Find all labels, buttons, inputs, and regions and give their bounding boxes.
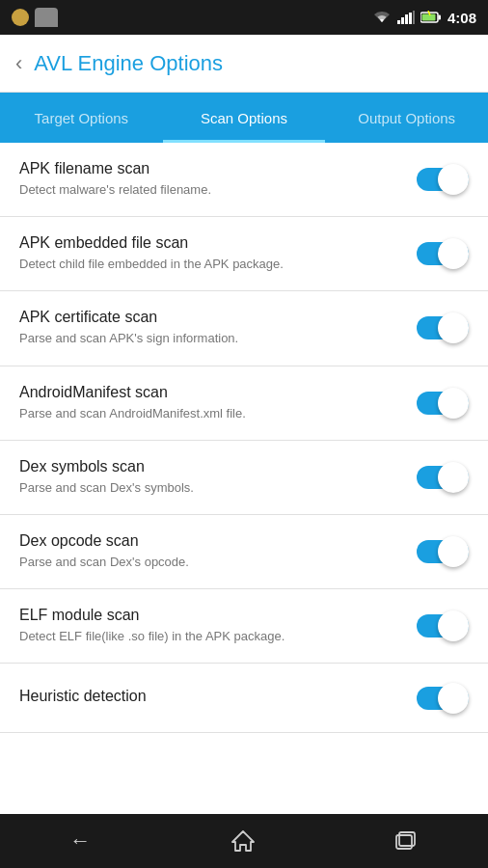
toggle-apk-certificate-scan[interactable] <box>417 312 469 343</box>
setting-item-apk-filename-scan: APK filename scanDetect malware's relate… <box>0 143 488 217</box>
setting-desc-apk-filename-scan: Detect malware's related filename. <box>19 181 401 199</box>
ghost-icon <box>35 8 58 27</box>
setting-desc-dex-opcode-scan: Parse and scan Dex's opcode. <box>19 554 401 571</box>
setting-item-androidmanifest-scan: AndroidManifest scanParse and scan Andro… <box>0 366 488 441</box>
toggle-apk-filename-scan[interactable] <box>417 164 469 195</box>
toggle-dex-symbols-scan[interactable] <box>417 462 469 493</box>
battery-icon <box>420 11 442 24</box>
svg-rect-1 <box>401 17 404 24</box>
toggle-thumb-apk-filename-scan <box>438 164 469 195</box>
status-bar-left <box>12 8 58 27</box>
toggle-thumb-apk-certificate-scan <box>438 312 469 343</box>
setting-item-heuristic-detection: Heuristic detection <box>0 664 488 733</box>
status-bar: 4:08 <box>0 0 488 35</box>
signal-icon <box>397 11 415 24</box>
toggle-thumb-apk-embedded-file-scan <box>438 238 469 269</box>
setting-title-apk-filename-scan: APK filename scan <box>19 160 401 177</box>
setting-title-elf-module-scan: ELF module scan <box>19 607 401 624</box>
setting-desc-androidmanifest-scan: Parse and scan AndroidManifest.xml file. <box>19 405 401 422</box>
bottom-nav: ← <box>0 814 488 868</box>
setting-desc-apk-embedded-file-scan: Detect child file embedded in the APK pa… <box>19 256 401 273</box>
svg-rect-3 <box>409 13 412 24</box>
setting-desc-dex-symbols-scan: Parse and scan Dex's symbols. <box>19 479 401 497</box>
toggle-thumb-androidmanifest-scan <box>438 388 469 419</box>
svg-marker-10 <box>232 831 254 851</box>
setting-desc-elf-module-scan: Detect ELF file(like .so file) in the AP… <box>19 628 401 645</box>
back-button[interactable]: ‹ <box>15 53 22 74</box>
setting-item-dex-opcode-scan: Dex opcode scanParse and scan Dex's opco… <box>0 515 488 589</box>
setting-item-apk-certificate-scan: APK certificate scanParse and scan APK's… <box>0 291 488 366</box>
status-bar-right: 4:08 <box>372 10 476 26</box>
app-bar: ‹ AVL Engine Options <box>0 35 488 93</box>
wifi-icon <box>372 11 392 24</box>
tab-target-options[interactable]: Target Options <box>0 93 163 143</box>
home-icon <box>230 829 256 853</box>
tab-output-options[interactable]: Output Options <box>325 93 488 143</box>
svg-rect-7 <box>421 14 435 21</box>
setting-item-elf-module-scan: ELF module scanDetect ELF file(like .so … <box>0 589 488 664</box>
toggle-androidmanifest-scan[interactable] <box>417 388 469 419</box>
toggle-apk-embedded-file-scan[interactable] <box>417 238 469 269</box>
nav-home-button[interactable] <box>230 829 256 853</box>
setting-title-dex-symbols-scan: Dex symbols scan <box>19 458 401 475</box>
toggle-thumb-dex-opcode-scan <box>438 536 469 567</box>
settings-list: APK filename scanDetect malware's relate… <box>0 143 488 814</box>
nav-recent-button[interactable] <box>395 830 419 852</box>
svg-rect-4 <box>413 11 415 24</box>
setting-title-apk-certificate-scan: APK certificate scan <box>19 309 401 326</box>
setting-title-androidmanifest-scan: AndroidManifest scan <box>19 384 401 401</box>
svg-rect-6 <box>438 15 441 20</box>
setting-title-heuristic-detection: Heuristic detection <box>19 688 401 705</box>
tab-bar: Target Options Scan Options Output Optio… <box>0 93 488 143</box>
toggle-thumb-heuristic-detection <box>438 683 469 714</box>
toggle-heuristic-detection[interactable] <box>417 683 469 714</box>
setting-item-dex-symbols-scan: Dex symbols scanParse and scan Dex's sym… <box>0 441 488 515</box>
notification-icon <box>12 9 29 26</box>
svg-rect-0 <box>397 20 400 24</box>
setting-title-dex-opcode-scan: Dex opcode scan <box>19 532 401 550</box>
toggle-dex-opcode-scan[interactable] <box>417 536 469 567</box>
toggle-elf-module-scan[interactable] <box>417 610 469 641</box>
setting-item-apk-embedded-file-scan: APK embedded file scanDetect child file … <box>0 217 488 291</box>
setting-title-apk-embedded-file-scan: APK embedded file scan <box>19 234 401 252</box>
svg-rect-2 <box>405 14 408 24</box>
toggle-thumb-dex-symbols-scan <box>438 462 469 493</box>
setting-desc-apk-certificate-scan: Parse and scan APK's sign information. <box>19 330 401 347</box>
page-title: AVL Engine Options <box>34 51 223 76</box>
status-time: 4:08 <box>447 10 476 26</box>
tab-scan-options[interactable]: Scan Options <box>163 93 326 143</box>
nav-back-button[interactable]: ← <box>69 828 91 854</box>
toggle-thumb-elf-module-scan <box>438 610 469 641</box>
recent-apps-icon <box>395 830 419 852</box>
